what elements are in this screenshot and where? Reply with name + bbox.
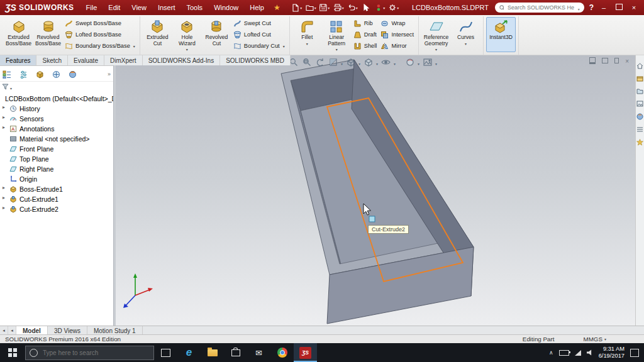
graphics-viewport[interactable]: × Cut-Extrude2 (113, 55, 635, 326)
solidworks-taskbar-button[interactable]: ƷS (294, 343, 317, 362)
doc-restore-icon[interactable] (602, 58, 608, 65)
task-view-button[interactable] (154, 343, 177, 362)
doc-minimize-icon[interactable] (589, 57, 596, 65)
instant3d-button[interactable]: Instant3D (486, 17, 516, 52)
help-button[interactable]: ? (589, 3, 594, 12)
menu-view[interactable]: View (126, 0, 152, 15)
appearance-caret-icon[interactable] (418, 57, 419, 68)
reference-geometry-button[interactable]: Reference Geometry (421, 17, 451, 53)
expand-arrow-icon[interactable] (3, 104, 5, 110)
appearance-icon[interactable] (404, 57, 415, 67)
view-orientation-caret-icon[interactable] (358, 57, 360, 68)
flyout-caret-icon[interactable] (465, 41, 467, 47)
custom-properties-icon[interactable] (636, 126, 643, 133)
tray-expand-icon[interactable] (549, 349, 553, 356)
dimxpertmanager-tab-icon[interactable] (52, 70, 60, 79)
intersect-button[interactable]: Intersect (379, 29, 416, 40)
flyout-caret-icon[interactable] (186, 47, 188, 53)
action-center-icon[interactable] (630, 349, 639, 357)
menu-tools[interactable]: Tools (180, 0, 208, 15)
expand-arrow-icon[interactable] (3, 124, 5, 130)
tree-item-material[interactable]: Material <not specified> (0, 134, 113, 144)
options-gear-icon[interactable] (387, 2, 401, 13)
start-button[interactable] (0, 343, 25, 362)
undo-icon[interactable] (346, 2, 359, 13)
flyout-caret-icon[interactable] (133, 43, 135, 49)
appearances-icon[interactable] (636, 113, 643, 120)
display-style-icon[interactable] (363, 57, 374, 67)
expand-arrow-icon[interactable] (3, 205, 5, 211)
panel-overflow-chevron-icon[interactable] (108, 71, 111, 77)
rebuild-icon[interactable] (374, 2, 387, 13)
tree-item-cut-extrude1[interactable]: Cut-Extrude1 (0, 194, 113, 204)
flyout-caret-icon[interactable] (282, 43, 285, 49)
forum-star-icon[interactable] (636, 139, 643, 146)
filter-caret-icon[interactable] (10, 81, 12, 92)
open-document-icon[interactable] (304, 2, 318, 13)
taskbar-clock[interactable]: 9:31 AM 6/19/2017 (599, 346, 625, 359)
swept-cut-button[interactable]: Swept Cut (231, 18, 287, 29)
tab-solidworks-mbd[interactable]: SOLIDWORKS MBD (220, 55, 291, 65)
hide-show-caret-icon[interactable] (394, 57, 396, 68)
print-icon[interactable] (332, 2, 345, 13)
tree-item-annotations[interactable]: A Annotations (0, 124, 113, 134)
wrap-button[interactable]: Wrap (379, 18, 416, 29)
taskbar-search-box[interactable] (25, 346, 154, 360)
scene-icon[interactable] (422, 57, 433, 67)
tab-sketch[interactable]: Sketch (36, 55, 68, 65)
hole-wizard-button[interactable]: Hole Wizard (172, 17, 202, 53)
previous-view-icon[interactable] (314, 57, 325, 67)
doc-close-icon[interactable]: × (625, 58, 629, 65)
tab-features[interactable]: Features (0, 55, 36, 65)
taskbar-search-input[interactable] (42, 349, 150, 357)
chrome-button[interactable] (270, 343, 294, 362)
curves-button[interactable]: Curves (451, 17, 480, 52)
tree-item-cut-extrude2[interactable]: Cut-Extrude2 (0, 204, 113, 214)
hide-show-items-icon[interactable] (380, 57, 391, 67)
tab-3d-views[interactable]: 3D Views (48, 326, 87, 335)
section-caret-icon[interactable] (341, 57, 343, 68)
expand-arrow-icon[interactable] (3, 185, 5, 190)
view-orientation-icon[interactable] (345, 57, 356, 67)
tab-scroll-right-icon[interactable] (8, 326, 16, 335)
menu-insert[interactable]: Insert (152, 0, 181, 15)
tree-item-origin[interactable]: Origin (0, 174, 113, 184)
expand-arrow-icon[interactable] (3, 195, 5, 200)
tab-evaluate[interactable]: Evaluate (68, 55, 104, 65)
panel-splitter[interactable] (113, 65, 116, 326)
restore-window-button[interactable] (614, 4, 624, 11)
design-library-icon[interactable] (636, 75, 643, 82)
section-view-icon[interactable] (328, 57, 338, 67)
scene-caret-icon[interactable] (435, 57, 437, 68)
select-icon[interactable] (360, 2, 373, 13)
new-document-icon[interactable] (291, 2, 304, 13)
featuremanager-tab-icon[interactable] (3, 70, 11, 79)
battery-icon[interactable] (559, 350, 569, 356)
tree-item-front-plane[interactable]: Front Plane (0, 144, 113, 154)
displaymanager-tab-icon[interactable] (69, 70, 77, 79)
store-button[interactable] (224, 343, 247, 362)
close-window-button[interactable]: × (629, 4, 639, 11)
filter-funnel-icon[interactable] (2, 84, 9, 90)
flyout-caret-icon[interactable] (336, 47, 338, 53)
tree-item-boss-extrude1[interactable]: Boss-Extrude1 (0, 184, 113, 194)
tree-item-right-plane[interactable]: Right Plane (0, 164, 113, 174)
configurationmanager-tab-icon[interactable] (36, 70, 44, 79)
menu-window[interactable]: Window (208, 0, 244, 15)
tab-motion-study-1[interactable]: Motion Study 1 (87, 326, 143, 335)
lofted-boss-base-button[interactable]: Lofted Boss/Base (63, 29, 137, 40)
help-search-input[interactable] (506, 4, 575, 11)
tree-root-part[interactable]: LCDBoxBottom (Default<<Default>_Dis (0, 94, 113, 104)
zoom-area-icon[interactable] (301, 57, 312, 67)
network-icon[interactable] (575, 350, 581, 356)
feature-drag-handle[interactable] (369, 216, 375, 222)
display-style-caret-icon[interactable] (376, 57, 378, 68)
mail-button[interactable] (247, 343, 270, 362)
extruded-boss-base-button[interactable]: Extruded Boss/Base (4, 17, 33, 52)
swept-boss-base-button[interactable]: Swept Boss/Base (63, 18, 137, 29)
revolved-cut-button[interactable]: Revolved Cut (202, 17, 231, 52)
linear-pattern-button[interactable]: Linear Pattern (322, 17, 352, 53)
save-icon[interactable] (318, 2, 331, 13)
search-scope-caret-icon[interactable] (578, 2, 580, 13)
boundary-boss-base-button[interactable]: Boundary Boss/Base (63, 40, 137, 52)
